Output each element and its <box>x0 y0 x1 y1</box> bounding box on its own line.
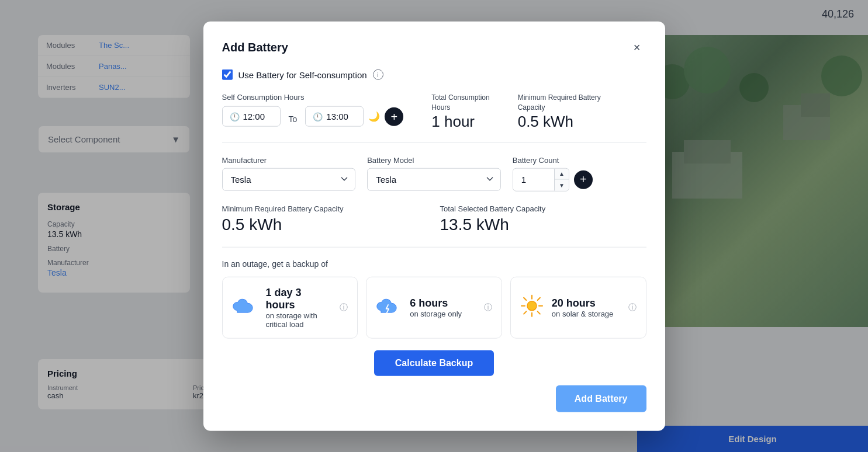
total-consumption-label: Total Consumption Hours <box>431 93 489 113</box>
battery-model-group: Battery Model Tesla <box>367 155 501 191</box>
outage-card-storage: 6 hours on storage only ⓘ <box>366 276 502 338</box>
outage-card-3-title: 20 hours <box>552 297 620 309</box>
battery-count-wrapper: ▲ ▼ + <box>513 168 646 191</box>
checkbox-row: Use Battery for Self-consumption i <box>222 69 646 80</box>
total-selected-capacity-label: Total Selected Battery Capacity <box>440 204 646 213</box>
divider-1 <box>222 142 646 142</box>
outage-card-1-info-icon[interactable]: ⓘ <box>340 302 348 312</box>
calculate-backup-button[interactable]: Calculate Backup <box>374 350 494 375</box>
min-required-capacity-section: Minimum Required Battery Capacity 0.5 kW… <box>518 93 601 131</box>
dropdowns-row: Manufacturer Tesla Battery Model Tesla B… <box>222 155 646 191</box>
outage-card-3-info-icon[interactable]: ⓘ <box>628 302 637 312</box>
modal-close-button[interactable]: × <box>628 38 646 57</box>
add-battery-modal: Add Battery × Use Battery for Self-consu… <box>203 22 665 431</box>
min-required-capacity-group: Minimum Required Battery Capacity 0.5 kW… <box>222 204 428 234</box>
count-input-wrapper: ▲ ▼ <box>513 168 569 191</box>
to-text: To <box>285 114 301 123</box>
battery-count-group: Battery Count ▲ ▼ + <box>513 155 646 191</box>
manufacturer-label: Manufacturer <box>222 155 356 164</box>
outage-card-1-title: 1 day 3 hours <box>266 286 332 311</box>
manufacturer-select[interactable]: Tesla <box>222 168 356 190</box>
outage-label: In an outage, get a backup of <box>222 259 646 268</box>
modal-footer: Add Battery <box>222 385 646 412</box>
moon-icon: 🌙 <box>368 111 380 122</box>
outage-card-2-sub: on storage only <box>410 309 476 318</box>
capacity-row: Minimum Required Battery Capacity 0.5 kW… <box>222 204 646 234</box>
svg-line-13 <box>524 297 526 300</box>
outage-card-solar: 20 hours on solar & storage ⓘ <box>510 276 646 338</box>
checkbox-label: Use Battery for Self-consumption <box>238 69 367 79</box>
cloud-bolt-icon <box>376 295 402 319</box>
total-selected-capacity-val: 13.5 kWh <box>440 215 646 234</box>
from-time-value: 12:00 <box>243 112 265 121</box>
clock-icon: 🕛 <box>230 112 240 121</box>
min-required-capacity-val: 0.5 kWh <box>222 215 428 234</box>
modal-header: Add Battery × <box>222 38 646 57</box>
min-capacity-label: Minimum Required Battery Capacity <box>518 93 601 113</box>
outage-card-3-sub: on solar & storage <box>552 309 620 318</box>
battery-model-select[interactable]: Tesla <box>367 168 501 190</box>
outage-card-critical: 1 day 3 hours on storage with critical l… <box>222 276 358 338</box>
count-spinners: ▲ ▼ <box>554 168 569 190</box>
svg-point-8 <box>527 301 537 310</box>
add-battery-button[interactable]: Add Battery <box>556 385 646 412</box>
self-consumption-checkbox[interactable] <box>222 69 233 80</box>
battery-count-label: Battery Count <box>513 155 646 164</box>
manufacturer-group: Manufacturer Tesla <box>222 155 356 191</box>
svg-line-16 <box>524 311 526 314</box>
to-time-input[interactable]: 🕛 13:00 <box>305 106 364 127</box>
total-consumption-section: Total Consumption Hours 1 hour <box>431 93 489 131</box>
self-consumption-hours-label: Self Consumption Hours <box>222 93 404 102</box>
to-time-value: 13:00 <box>326 112 348 121</box>
total-consumption-value: 1 hour <box>431 112 489 130</box>
outage-card-1-sub: on storage with critical load <box>266 311 332 328</box>
min-required-capacity-label: Minimum Required Battery Capacity <box>222 204 428 213</box>
from-time-input[interactable]: 🕛 12:00 <box>222 106 281 127</box>
time-controls: 🕛 12:00 To 🕛 13:00 🌙 + <box>222 106 404 127</box>
outage-cards: 1 day 3 hours on storage with critical l… <box>222 276 646 338</box>
outage-card-2-title: 6 hours <box>410 297 476 309</box>
add-time-button[interactable]: + <box>385 107 403 126</box>
outage-card-2-info-icon[interactable]: ⓘ <box>484 302 492 312</box>
cloud-icon <box>232 295 258 319</box>
modal-title: Add Battery <box>222 40 288 54</box>
count-down-button[interactable]: ▼ <box>555 179 569 190</box>
svg-line-15 <box>538 297 540 300</box>
outage-card-1-text: 1 day 3 hours on storage with critical l… <box>266 286 332 328</box>
add-battery-count-button[interactable]: + <box>574 170 593 189</box>
svg-line-14 <box>538 311 540 314</box>
battery-count-input[interactable] <box>513 169 554 190</box>
clock-icon-2: 🕛 <box>313 112 323 121</box>
total-selected-capacity-group: Total Selected Battery Capacity 13.5 kWh <box>440 204 646 234</box>
count-up-button[interactable]: ▲ <box>555 168 569 179</box>
outage-card-2-text: 6 hours on storage only <box>410 297 476 318</box>
info-icon[interactable]: i <box>373 69 383 80</box>
sun-icon <box>520 294 544 321</box>
min-capacity-value: 0.5 kWh <box>518 112 601 130</box>
divider-2 <box>222 246 646 247</box>
battery-model-label: Battery Model <box>367 155 501 164</box>
outage-card-3-text: 20 hours on solar & storage <box>552 297 620 318</box>
